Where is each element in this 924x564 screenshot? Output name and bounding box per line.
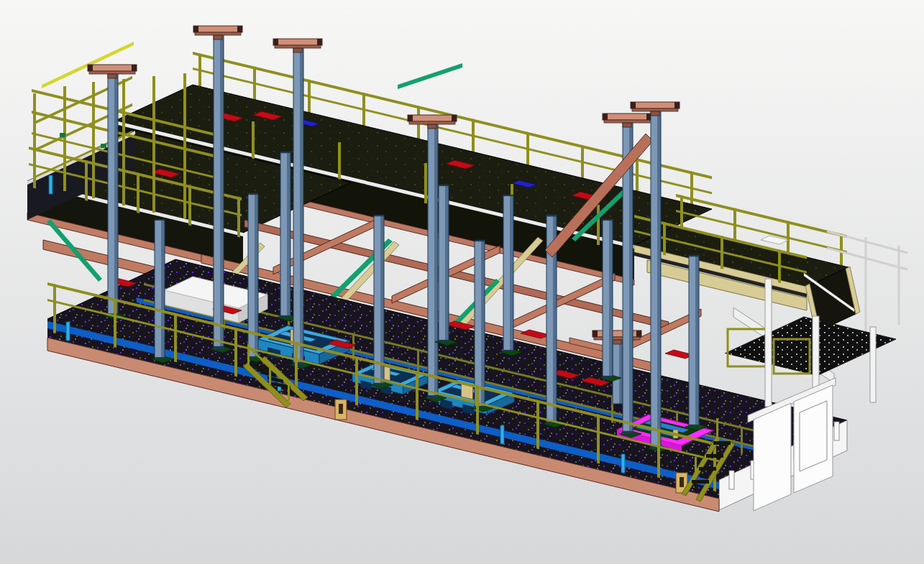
end-wall-panel[interactable] [754,403,791,511]
model-view[interactable] [0,0,924,564]
green-fitting [101,144,106,148]
green-fitting [60,133,65,137]
cad-viewport[interactable] [0,0,924,564]
